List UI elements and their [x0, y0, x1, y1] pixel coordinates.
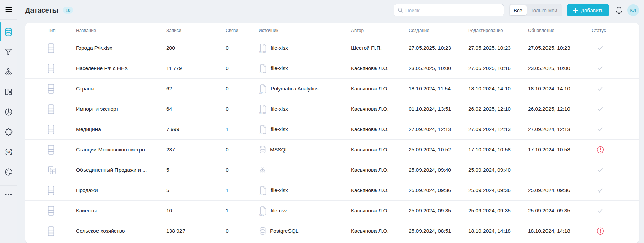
add-button[interactable]: Добавить: [567, 4, 609, 16]
created-at: 25.09.2024, 09:36: [409, 187, 468, 194]
svg-text:XLSX: XLSX: [259, 193, 266, 195]
links-count: 0: [226, 147, 259, 153]
created-at: 25.09.2024, 10:52: [409, 147, 468, 153]
sidebar-item-datasets[interactable]: [0, 27, 17, 36]
file-api-icon: API: [259, 84, 267, 94]
svg-text:API: API: [259, 91, 264, 94]
funnel-icon: [4, 48, 13, 56]
file-table-icon: [47, 104, 55, 114]
dataset-name: Продажи: [76, 187, 166, 194]
file-table-icon: [47, 145, 55, 155]
topbar-controls: Все Только мои Добавить КЛ: [394, 4, 639, 16]
search-box: [394, 4, 504, 16]
column-header-source: Источник: [259, 28, 351, 33]
links-count: 1: [226, 187, 259, 194]
records-count: 7 999: [166, 126, 226, 133]
source-label: file-xlsx: [271, 65, 288, 72]
toggle-option-all[interactable]: Все: [510, 5, 527, 15]
records-count: 5: [166, 187, 226, 194]
file-table-icon: [47, 185, 55, 196]
sidebar-item-plugins[interactable]: [0, 127, 17, 136]
updated-at: 27.05.2025, 10:23: [528, 45, 592, 51]
sidebar-item-svg-assets[interactable]: SVG: [0, 147, 17, 156]
datasets-table-card: Тип Название Записи Связи Источник Автор…: [25, 23, 639, 243]
table-row[interactable]: Население РФ с HEX 11 779 0 XLSX file-xl…: [25, 58, 639, 78]
svg-text:XLSX: XLSX: [259, 131, 266, 134]
sidebar-item-dashboards[interactable]: [0, 87, 17, 96]
edited-at: 26.02.2025, 12:10: [468, 106, 528, 112]
table-row[interactable]: Страны 62 0 API Polymatica Analytics Кас…: [25, 78, 639, 99]
add-button-label: Добавить: [581, 7, 603, 13]
sidebar-rail: SVG: [0, 20, 17, 176]
updated-at: 18.10.2024, 14:10: [528, 86, 592, 92]
table-row[interactable]: Станции Московского метро 237 0 MSSQL Ка…: [25, 139, 639, 160]
table-row[interactable]: Клиенты 10 1 CSV file-csv Касьянова Л.О.…: [25, 200, 639, 221]
sidebar-item-design[interactable]: [0, 167, 17, 176]
dataset-name: Страны: [76, 86, 166, 92]
dataset-name: Население РФ с HEX: [76, 65, 166, 72]
links-count: 0: [226, 86, 259, 92]
edited-at: 27.05.2025, 10:16: [468, 65, 528, 72]
links-count: 0: [226, 228, 259, 234]
hamburger-menu-icon: [5, 6, 13, 14]
file-xlsx-icon: XLSX: [259, 104, 267, 114]
table-row[interactable]: Продажи 5 1 XLSX file-xlsx Касьянова Л.О…: [25, 180, 639, 200]
file-table-icon: [47, 206, 55, 216]
sidebar-more-button[interactable]: [4, 193, 13, 196]
table-row[interactable]: Медицина 7 999 1 XLSX file-xlsx Касьянов…: [25, 119, 639, 139]
hamburger-menu-button[interactable]: [5, 6, 13, 14]
author: Касьянова Л.О.: [351, 228, 409, 234]
updated-at: 26.02.2025, 12:10: [528, 106, 592, 112]
sidebar-item-filters[interactable]: [0, 47, 17, 56]
svg-text:XLSX: XLSX: [259, 50, 266, 53]
puzzle-icon: [4, 128, 13, 136]
table-row[interactable]: Импорт и экспорт 64 0 XLSX file-xlsx Кас…: [25, 99, 639, 119]
records-count: 11 779: [166, 65, 226, 72]
check-icon: [596, 85, 604, 93]
table-header-row: Тип Название Записи Связи Источник Автор…: [25, 23, 639, 38]
palette-icon: [4, 168, 13, 176]
updated-at: 23.05.2025, 10:00: [528, 65, 592, 72]
links-count: 0: [226, 45, 259, 51]
file-csv-icon: CSV: [259, 206, 267, 216]
file-table-icon: [47, 43, 55, 53]
plus-icon: [573, 8, 578, 13]
check-icon: [596, 105, 604, 113]
column-header-name: Название: [76, 28, 166, 33]
records-count: 10: [166, 208, 226, 214]
page-title: Датасеты: [25, 6, 58, 14]
sidebar-item-hierarchy[interactable]: [0, 67, 17, 76]
dataset-name: Медицина: [76, 126, 166, 133]
avatar[interactable]: КЛ: [627, 4, 639, 16]
sidebar-item-charts[interactable]: [0, 107, 17, 116]
edited-at: 27.05.2025, 10:23: [468, 45, 528, 51]
author: Касьянова Л.О.: [351, 126, 409, 133]
search-input[interactable]: [394, 4, 504, 16]
table-row[interactable]: Сельское хозяйство 138 927 0 PostgreSQL …: [25, 221, 639, 241]
table-row[interactable]: Города РФ.xlsx 200 0 XLSX file-xlsx Шест…: [25, 38, 639, 58]
file-xlsx-icon: XLSX: [259, 185, 267, 196]
file-table-icon: [47, 124, 55, 135]
edited-at: 25.09.2024, 09:35: [468, 208, 528, 214]
records-count: 138 927: [166, 228, 226, 234]
author: Касьянова Л.О.: [351, 208, 409, 214]
source-label: MSSQL: [270, 147, 288, 153]
notifications-button[interactable]: [615, 6, 623, 15]
created-at: 25.09.2024, 08:51: [409, 228, 468, 234]
records-count: 237: [166, 147, 226, 153]
column-header-updated: Обновление: [528, 28, 592, 33]
toggle-option-only-mine[interactable]: Только мои: [527, 5, 561, 15]
edited-at: 17.10.2024, 10:58: [468, 147, 528, 153]
table-row[interactable]: Объединенный Продажи и ... 5 0 Касьянова…: [25, 160, 639, 180]
layout-icon: [4, 88, 13, 96]
topbar: Датасеты 10 Все Только мои Добавить КЛ: [25, 0, 639, 20]
hierarchy-icon: [4, 68, 13, 76]
database-stack-icon: [4, 27, 13, 37]
links-count: 0: [226, 167, 259, 173]
source-label: file-xlsx: [271, 187, 288, 194]
author: Касьянова Л.О.: [351, 86, 409, 92]
file-xlsx-icon: XLSX: [259, 63, 267, 74]
updated-at: 25.09.2024, 09:35: [528, 208, 592, 214]
file-xlsx-icon: XLSX: [259, 124, 267, 135]
records-count: 200: [166, 45, 226, 51]
